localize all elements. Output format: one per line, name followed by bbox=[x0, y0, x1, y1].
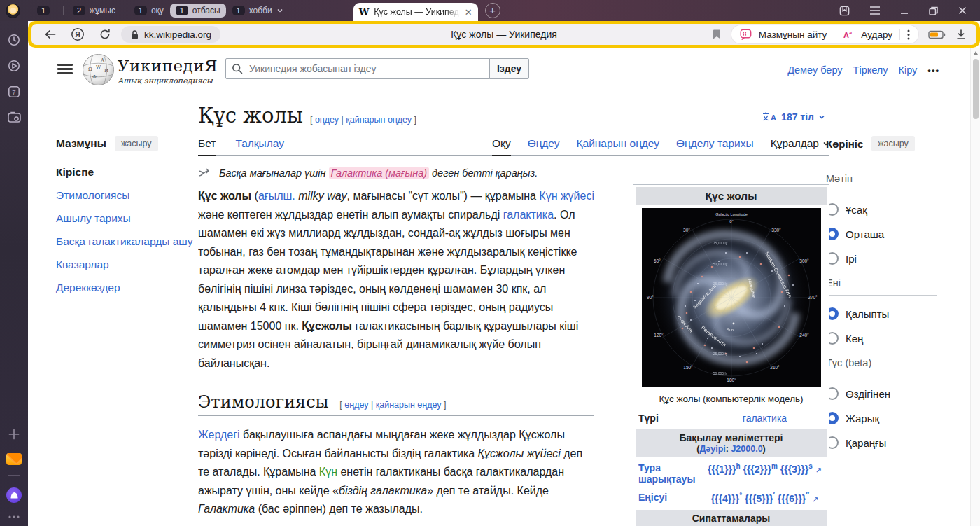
main-menu-icon[interactable] bbox=[57, 64, 73, 74]
register-link[interactable]: Тіркелу bbox=[853, 64, 888, 76]
more-options-icon[interactable] bbox=[907, 29, 910, 40]
tab-tools[interactable]: Құралдар bbox=[771, 137, 830, 150]
inline-link[interactable]: {{{2}}} bbox=[743, 464, 771, 475]
tab-panel-icon[interactable] bbox=[839, 5, 850, 17]
inline-link[interactable]: J2000.0 bbox=[731, 444, 762, 454]
active-tab[interactable]: W Құс жолы — Уикипеди ✕ bbox=[354, 3, 478, 21]
profile-avatar[interactable] bbox=[6, 4, 20, 18]
wikipedia-wordmark[interactable]: УикипедиЯ Ашық энциклопедиясы bbox=[118, 57, 218, 85]
tab-group[interactable]: 1 оқу bbox=[129, 4, 169, 18]
radio-text-large[interactable]: Ірі bbox=[826, 252, 937, 265]
inline-link[interactable]: {{{6}}} bbox=[778, 493, 806, 504]
tab-read[interactable]: Оқу bbox=[492, 137, 511, 150]
close-icon[interactable] bbox=[958, 6, 967, 15]
tab-talk[interactable]: Талқылау bbox=[235, 137, 284, 150]
tab-counter-icon[interactable]: 7 bbox=[7, 85, 21, 99]
edit-source-link[interactable]: қайнарын өңдеу bbox=[346, 115, 412, 125]
address-bar: Құс жолы — Уикипедия Я kk.wikipedia.org … bbox=[31, 24, 976, 45]
radio-text-small[interactable]: Ұсақ bbox=[826, 203, 937, 216]
appearance-hide-button[interactable]: жасыру bbox=[872, 136, 915, 151]
text-segment: ( bbox=[251, 190, 258, 202]
inline-link[interactable]: ағылш. bbox=[258, 190, 295, 202]
inline-link[interactable]: {{{3}}} bbox=[780, 464, 808, 475]
login-link[interactable]: Кіру bbox=[899, 64, 918, 76]
inline-link[interactable]: ″ bbox=[806, 492, 809, 499]
back-icon[interactable] bbox=[44, 29, 57, 40]
toc-item-quasars[interactable]: Квазарлар bbox=[56, 258, 109, 270]
radio-width-wide[interactable]: Кең bbox=[826, 332, 937, 345]
battery-icon[interactable] bbox=[928, 30, 946, 39]
text-segment: Құсжолы bbox=[302, 320, 352, 332]
inline-link[interactable]: Жердегі bbox=[198, 429, 240, 441]
inline-link[interactable]: Дәуірі bbox=[699, 444, 725, 454]
inline-link[interactable]: m bbox=[771, 462, 778, 470]
inline-link[interactable]: галактика bbox=[503, 209, 554, 221]
url-field[interactable]: kk.wikipedia.org bbox=[121, 26, 220, 43]
tab-group[interactable]: 2 жұмыс bbox=[67, 4, 121, 18]
download-icon[interactable] bbox=[955, 29, 967, 40]
language-selector[interactable]: A 187 тіл bbox=[762, 111, 825, 123]
tab-edit-source[interactable]: Қайнарын өңдеу bbox=[577, 137, 660, 150]
svg-text:ә: ә bbox=[849, 30, 852, 35]
search-button[interactable]: Іздеу bbox=[489, 58, 529, 79]
inline-link[interactable]: {{{4}}} bbox=[711, 493, 739, 504]
tab-group-selected[interactable]: 1 отбасы bbox=[170, 4, 226, 18]
toc-item-intro[interactable]: Кіріспе bbox=[56, 165, 193, 179]
search-input[interactable] bbox=[225, 58, 490, 79]
history-icon[interactable] bbox=[7, 33, 21, 47]
yandex-mail-icon[interactable] bbox=[6, 453, 22, 465]
toc-item-discovery[interactable]: Ашылу тарихы bbox=[56, 212, 131, 224]
inline-link[interactable]: {{{5}}} bbox=[745, 493, 773, 504]
add-panel-icon[interactable] bbox=[7, 427, 21, 441]
radio-text-standard[interactable]: Орташа bbox=[826, 228, 937, 240]
toc-hide-button[interactable]: жасыру bbox=[115, 136, 158, 151]
header-more-icon[interactable]: ••• bbox=[927, 65, 939, 76]
declination-link[interactable]: Еңісуі bbox=[638, 492, 667, 503]
tab-group[interactable]: 1 bbox=[31, 4, 59, 18]
yandex-button-icon[interactable]: Я bbox=[71, 27, 85, 41]
inline-link[interactable]: {{{1}}} bbox=[708, 464, 736, 475]
toc-item-other-galaxies[interactable]: Басқа галактикаларды ашу bbox=[56, 235, 193, 247]
donate-link[interactable]: Демеу беру bbox=[788, 64, 842, 76]
inline-link[interactable]: Күн жүйесі bbox=[539, 190, 594, 202]
edit-link[interactable]: өңдеу bbox=[344, 400, 368, 410]
alice-assistant-icon[interactable] bbox=[6, 487, 22, 503]
tab-history[interactable]: Өңделу тарихы bbox=[676, 137, 754, 150]
scroll-up-icon[interactable] bbox=[974, 51, 978, 55]
toc-item-etymology[interactable]: Этимологиясы bbox=[56, 189, 130, 201]
galaxy-image[interactable]: Galactic Longitude 0° 30° 60° 90° 120° 1… bbox=[642, 208, 821, 387]
inline-link[interactable]: Күн bbox=[319, 466, 337, 478]
edit-source-link[interactable]: қайнарын өңдеу bbox=[376, 400, 442, 410]
menu-icon[interactable] bbox=[869, 6, 881, 15]
translate-button[interactable]: Аудару bbox=[861, 29, 892, 40]
new-tab-button[interactable]: + bbox=[485, 3, 500, 18]
edit-link[interactable]: өңдеу bbox=[315, 115, 339, 125]
minimize-icon[interactable] bbox=[899, 6, 909, 15]
tab-close-icon[interactable]: ✕ bbox=[465, 7, 472, 18]
radio-width-standard[interactable]: Қалыпты bbox=[826, 307, 937, 320]
media-play-icon[interactable] bbox=[7, 59, 21, 73]
radio-color-light[interactable]: Жарық bbox=[826, 412, 937, 424]
svg-text:W: W bbox=[96, 64, 102, 70]
inline-link[interactable]: h bbox=[736, 462, 740, 470]
radio-color-auto[interactable]: Өздігінен bbox=[826, 387, 937, 400]
radio-color-dark[interactable]: Қараңғы bbox=[826, 436, 937, 449]
restore-icon[interactable] bbox=[928, 6, 939, 16]
screenshot-icon[interactable] bbox=[7, 111, 22, 124]
tab-page[interactable]: Бет bbox=[198, 137, 216, 150]
toc-item-sources[interactable]: Дереккөздер bbox=[56, 282, 120, 293]
bookmark-icon[interactable] bbox=[712, 29, 722, 40]
tab-edit[interactable]: Өңдеу bbox=[528, 137, 560, 150]
inline-link[interactable]: s bbox=[808, 462, 813, 470]
galaxy-link[interactable]: галактика bbox=[743, 413, 787, 424]
page-scrollbar[interactable] bbox=[970, 48, 980, 526]
tab-group[interactable]: 1 хобби bbox=[227, 4, 289, 18]
read-aloud-button[interactable]: Мазмұнын айту bbox=[759, 29, 827, 40]
scrollbar-thumb[interactable] bbox=[973, 59, 979, 119]
inline-link[interactable]: Галактика (мағына) bbox=[329, 167, 430, 179]
wikipedia-logo[interactable]: ΩWИФA bbox=[82, 53, 115, 86]
refresh-icon[interactable] bbox=[99, 28, 111, 41]
right-ascension-link[interactable]: Тура шарықтауы bbox=[638, 462, 695, 485]
svg-text:180°: 180° bbox=[727, 378, 736, 382]
sidebar-more-icon[interactable] bbox=[8, 515, 20, 519]
